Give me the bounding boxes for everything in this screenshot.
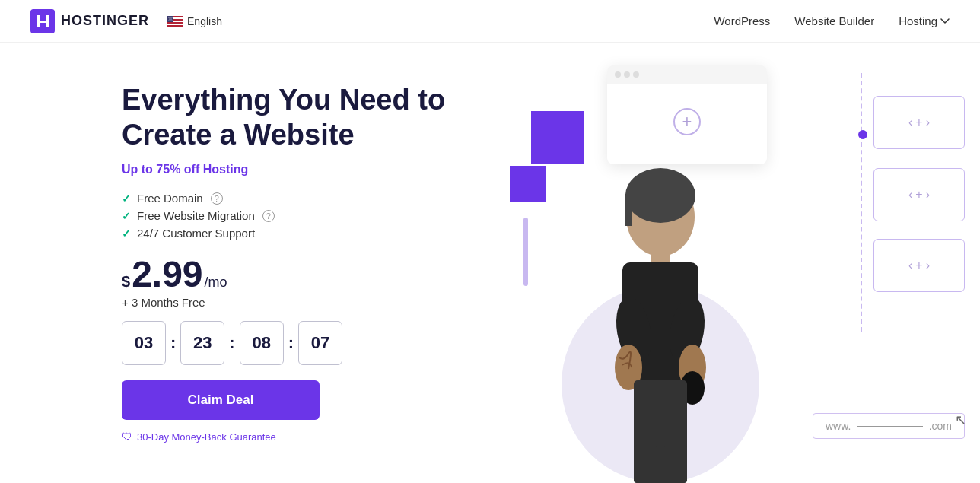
- widget-nav-bot: ‹ + ›: [908, 259, 930, 272]
- price-block: $ 2.99 /mo + 3 Months Free: [122, 256, 487, 309]
- us-flag-icon: [167, 16, 183, 27]
- dot-1: [615, 71, 621, 78]
- svg-point-7: [170, 17, 170, 17]
- chevron-right-mid: ›: [926, 188, 930, 202]
- check-icon-3: ✓: [122, 227, 131, 240]
- feature-free-domain: ✓ Free Domain ?: [122, 192, 487, 205]
- svg-point-15: [625, 168, 695, 223]
- nav-link-website-builder[interactable]: Website Builder: [794, 14, 874, 27]
- domain-input-line: [857, 426, 922, 427]
- domain-www: www.: [826, 420, 851, 432]
- feature-support: ✓ 24/7 Customer Support: [122, 227, 487, 240]
- timer-centiseconds: 07: [298, 321, 342, 365]
- hero-visual: + ‹ + › ‹ + › ‹ + ›: [447, 43, 980, 483]
- chevron-left-top: ‹: [908, 116, 912, 129]
- nav-link-hosting[interactable]: Hosting: [899, 14, 950, 27]
- svg-point-10: [170, 18, 171, 19]
- svg-rect-25: [634, 445, 657, 483]
- chevron-down-icon: [940, 18, 950, 24]
- chevron-left-mid: ‹: [908, 188, 912, 202]
- claim-deal-button[interactable]: Claim Deal: [122, 380, 320, 420]
- logo-text: HOSTINGER: [61, 13, 149, 29]
- chevron-right-bot: ›: [926, 259, 930, 272]
- price-period: /mo: [205, 275, 228, 291]
- shield-icon: 🛡: [122, 431, 132, 443]
- feature-label-1: Free Domain: [137, 192, 203, 205]
- hero-content: Everything You Need to Create a Website …: [122, 83, 487, 443]
- discount-highlight: 75%: [156, 163, 180, 176]
- feature-label-3: 24/7 Customer Support: [137, 227, 255, 240]
- svg-rect-16: [625, 195, 632, 226]
- svg-rect-26: [664, 445, 687, 483]
- price-amount: 2.99: [132, 256, 202, 293]
- timer-sep-2: :: [229, 333, 234, 353]
- dot-2: [624, 71, 630, 78]
- dot-3: [633, 71, 639, 78]
- check-icon-1: ✓: [122, 192, 131, 205]
- main-content: Everything You Need to Create a Website …: [0, 43, 980, 483]
- widget-card-mid: ‹ + ›: [873, 168, 965, 221]
- deco-square-small: [510, 166, 546, 202]
- subtitle-suffix: off Hosting: [180, 163, 248, 176]
- hero-subtitle: Up to 75% off Hosting: [122, 163, 487, 176]
- timer-minutes: 23: [180, 321, 224, 365]
- hostinger-logo-icon: [30, 9, 55, 33]
- logo-link[interactable]: HOSTINGER: [30, 9, 149, 33]
- guarantee-label: 30-Day Money-Back Guarantee: [137, 431, 276, 443]
- tooltip-icon-1[interactable]: ?: [211, 192, 223, 205]
- timer-sep-1: :: [170, 333, 176, 353]
- purple-dot: [858, 130, 867, 139]
- price-bonus: + 3 Months Free: [122, 296, 487, 309]
- tooltip-icon-2[interactable]: ?: [262, 210, 275, 222]
- person-container: [554, 110, 767, 483]
- widget-nav-top: ‹ + ›: [908, 116, 930, 129]
- price-dollar: $: [122, 273, 130, 291]
- svg-point-13: [171, 20, 172, 21]
- hero-title: Everything You Need to Create a Website: [122, 83, 487, 152]
- plus-bot: +: [915, 259, 922, 272]
- timer-sep-3: :: [288, 333, 294, 353]
- widget-card-bot: ‹ + ›: [873, 239, 965, 292]
- language-label: English: [187, 15, 222, 27]
- features-list: ✓ Free Domain ? ✓ Free Website Migration…: [122, 192, 487, 240]
- chevron-left-bot: ‹: [908, 259, 912, 272]
- plus-top: +: [915, 116, 922, 129]
- widget-nav-mid: ‹ + ›: [908, 188, 930, 202]
- domain-bar: www. .com: [813, 413, 965, 439]
- cursor-icon: ↖: [955, 412, 966, 428]
- timer-hours: 03: [122, 321, 166, 365]
- vertical-bar: [523, 218, 528, 286]
- plus-mid: +: [915, 188, 922, 202]
- nav-link-wordpress[interactable]: WordPress: [714, 14, 770, 27]
- person-silhouette: [569, 156, 752, 483]
- feature-free-migration: ✓ Free Website Migration ?: [122, 209, 487, 222]
- chevron-right-top: ›: [926, 116, 930, 129]
- browser-dots: [607, 65, 767, 84]
- svg-rect-5: [167, 16, 173, 22]
- countdown-timer: 03 : 23 : 08 : 07: [122, 321, 487, 365]
- price-display: $ 2.99 /mo: [122, 256, 487, 293]
- navbar: HOSTINGER English WordPress Website Buil…: [0, 0, 980, 43]
- widget-card-top: ‹ + ›: [873, 96, 965, 149]
- domain-com: .com: [929, 420, 952, 432]
- guarantee-badge: 🛡 30-Day Money-Back Guarantee: [122, 431, 487, 443]
- svg-point-6: [168, 17, 169, 17]
- svg-rect-4: [167, 24, 183, 25]
- timer-seconds: 08: [240, 321, 284, 365]
- subtitle-prefix: Up to: [122, 163, 156, 176]
- svg-point-12: [170, 20, 170, 21]
- nav-links: WordPress Website Builder Hosting: [714, 14, 950, 27]
- svg-point-9: [169, 18, 170, 19]
- dashed-vertical-line: [861, 73, 862, 332]
- check-icon-2: ✓: [122, 210, 131, 222]
- language-selector[interactable]: English: [167, 15, 222, 27]
- svg-point-8: [171, 17, 172, 17]
- svg-point-11: [168, 20, 169, 21]
- feature-label-2: Free Website Migration: [137, 209, 255, 222]
